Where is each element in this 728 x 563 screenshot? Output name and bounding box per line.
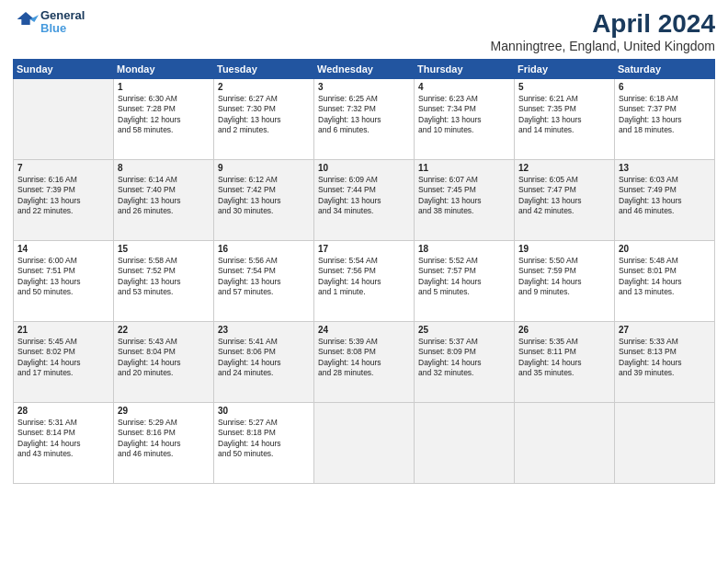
day-content: Sunrise: 6:03 AM Sunset: 7:49 PM Dayligh…	[619, 175, 711, 217]
day-cell	[615, 403, 715, 484]
day-content: Sunrise: 5:50 AM Sunset: 7:59 PM Dayligh…	[518, 256, 610, 298]
header: General Blue April 2024 Manningtree, Eng…	[13, 9, 715, 53]
day-content: Sunrise: 5:43 AM Sunset: 8:04 PM Dayligh…	[118, 337, 210, 379]
day-content: Sunrise: 5:31 AM Sunset: 8:14 PM Dayligh…	[17, 418, 109, 460]
week-row-4: 21Sunrise: 5:45 AM Sunset: 8:02 PM Dayli…	[14, 322, 715, 403]
day-content: Sunrise: 5:58 AM Sunset: 7:52 PM Dayligh…	[118, 256, 210, 298]
day-content: Sunrise: 5:39 AM Sunset: 8:08 PM Dayligh…	[318, 337, 410, 379]
day-cell: 23Sunrise: 5:41 AM Sunset: 8:06 PM Dayli…	[214, 322, 314, 403]
day-number: 16	[218, 244, 310, 254]
header-cell-sunday: Sunday	[14, 60, 114, 79]
day-cell: 21Sunrise: 5:45 AM Sunset: 8:02 PM Dayli…	[14, 322, 114, 403]
day-number: 29	[118, 406, 210, 416]
day-content: Sunrise: 5:56 AM Sunset: 7:54 PM Dayligh…	[218, 256, 310, 298]
day-content: Sunrise: 5:33 AM Sunset: 8:13 PM Dayligh…	[619, 337, 711, 379]
day-number: 4	[418, 82, 510, 92]
page: General Blue April 2024 Manningtree, Eng…	[0, 0, 728, 563]
day-cell: 30Sunrise: 5:27 AM Sunset: 8:18 PM Dayli…	[214, 403, 314, 484]
day-cell: 7Sunrise: 6:16 AM Sunset: 7:39 PM Daylig…	[14, 160, 114, 241]
day-cell: 18Sunrise: 5:52 AM Sunset: 7:57 PM Dayli…	[415, 241, 515, 322]
day-content: Sunrise: 6:18 AM Sunset: 7:37 PM Dayligh…	[619, 94, 711, 136]
day-content: Sunrise: 6:00 AM Sunset: 7:51 PM Dayligh…	[17, 256, 109, 298]
day-cell	[415, 403, 515, 484]
location-title: Manningtree, England, United Kingdom	[491, 39, 715, 53]
day-number: 23	[218, 325, 310, 335]
title-area: April 2024 Manningtree, England, United …	[491, 9, 715, 53]
header-cell-monday: Monday	[114, 60, 214, 79]
day-number: 3	[318, 82, 410, 92]
week-row-3: 14Sunrise: 6:00 AM Sunset: 7:51 PM Dayli…	[14, 241, 715, 322]
day-cell: 25Sunrise: 5:37 AM Sunset: 8:09 PM Dayli…	[415, 322, 515, 403]
day-number: 7	[17, 163, 109, 173]
day-cell: 2Sunrise: 6:27 AM Sunset: 7:30 PM Daylig…	[214, 79, 314, 160]
day-cell	[314, 403, 415, 484]
day-content: Sunrise: 6:30 AM Sunset: 7:28 PM Dayligh…	[118, 94, 210, 136]
week-row-2: 7Sunrise: 6:16 AM Sunset: 7:39 PM Daylig…	[14, 160, 715, 241]
day-cell: 3Sunrise: 6:25 AM Sunset: 7:32 PM Daylig…	[314, 79, 415, 160]
day-cell: 13Sunrise: 6:03 AM Sunset: 7:49 PM Dayli…	[615, 160, 715, 241]
logo-icon	[13, 9, 39, 35]
day-cell: 8Sunrise: 6:14 AM Sunset: 7:40 PM Daylig…	[114, 160, 214, 241]
header-cell-thursday: Thursday	[415, 60, 515, 79]
day-number: 17	[318, 244, 410, 254]
day-number: 1	[118, 82, 210, 92]
day-number: 20	[619, 244, 711, 254]
day-cell: 15Sunrise: 5:58 AM Sunset: 7:52 PM Dayli…	[114, 241, 214, 322]
day-cell: 26Sunrise: 5:35 AM Sunset: 8:11 PM Dayli…	[515, 322, 615, 403]
day-number: 21	[17, 325, 109, 335]
day-content: Sunrise: 5:35 AM Sunset: 8:11 PM Dayligh…	[518, 337, 610, 379]
day-content: Sunrise: 5:37 AM Sunset: 8:09 PM Dayligh…	[418, 337, 510, 379]
day-number: 24	[318, 325, 410, 335]
day-number: 8	[118, 163, 210, 173]
day-content: Sunrise: 6:09 AM Sunset: 7:44 PM Dayligh…	[318, 175, 410, 217]
day-number: 10	[318, 163, 410, 173]
day-number: 13	[619, 163, 711, 173]
day-number: 22	[118, 325, 210, 335]
day-cell	[14, 79, 114, 160]
day-number: 18	[418, 244, 510, 254]
day-cell	[515, 403, 615, 484]
day-cell: 24Sunrise: 5:39 AM Sunset: 8:08 PM Dayli…	[314, 322, 415, 403]
day-content: Sunrise: 5:54 AM Sunset: 7:56 PM Dayligh…	[318, 256, 410, 298]
calendar-table: SundayMondayTuesdayWednesdayThursdayFrid…	[13, 59, 715, 484]
day-cell: 19Sunrise: 5:50 AM Sunset: 7:59 PM Dayli…	[515, 241, 615, 322]
day-content: Sunrise: 6:27 AM Sunset: 7:30 PM Dayligh…	[218, 94, 310, 136]
day-cell: 28Sunrise: 5:31 AM Sunset: 8:14 PM Dayli…	[14, 403, 114, 484]
month-title: April 2024	[491, 9, 715, 39]
day-number: 5	[518, 82, 610, 92]
day-content: Sunrise: 5:27 AM Sunset: 8:18 PM Dayligh…	[218, 418, 310, 460]
day-number: 2	[218, 82, 310, 92]
day-number: 30	[218, 406, 310, 416]
day-number: 11	[418, 163, 510, 173]
day-content: Sunrise: 6:07 AM Sunset: 7:45 PM Dayligh…	[418, 175, 510, 217]
day-number: 14	[17, 244, 109, 254]
day-content: Sunrise: 5:41 AM Sunset: 8:06 PM Dayligh…	[218, 337, 310, 379]
day-number: 6	[619, 82, 711, 92]
day-number: 25	[418, 325, 510, 335]
day-cell: 10Sunrise: 6:09 AM Sunset: 7:44 PM Dayli…	[314, 160, 415, 241]
day-cell: 9Sunrise: 6:12 AM Sunset: 7:42 PM Daylig…	[214, 160, 314, 241]
day-cell: 29Sunrise: 5:29 AM Sunset: 8:16 PM Dayli…	[114, 403, 214, 484]
day-content: Sunrise: 5:29 AM Sunset: 8:16 PM Dayligh…	[118, 418, 210, 460]
day-cell: 27Sunrise: 5:33 AM Sunset: 8:13 PM Dayli…	[615, 322, 715, 403]
day-cell: 12Sunrise: 6:05 AM Sunset: 7:47 PM Dayli…	[515, 160, 615, 241]
day-content: Sunrise: 6:16 AM Sunset: 7:39 PM Dayligh…	[17, 175, 109, 217]
day-content: Sunrise: 5:52 AM Sunset: 7:57 PM Dayligh…	[418, 256, 510, 298]
day-content: Sunrise: 6:21 AM Sunset: 7:35 PM Dayligh…	[518, 94, 610, 136]
header-cell-friday: Friday	[515, 60, 615, 79]
day-cell: 6Sunrise: 6:18 AM Sunset: 7:37 PM Daylig…	[615, 79, 715, 160]
day-content: Sunrise: 6:14 AM Sunset: 7:40 PM Dayligh…	[118, 175, 210, 217]
day-cell: 16Sunrise: 5:56 AM Sunset: 7:54 PM Dayli…	[214, 241, 314, 322]
day-content: Sunrise: 6:25 AM Sunset: 7:32 PM Dayligh…	[318, 94, 410, 136]
day-number: 15	[118, 244, 210, 254]
day-number: 28	[17, 406, 109, 416]
day-content: Sunrise: 5:48 AM Sunset: 8:01 PM Dayligh…	[619, 256, 711, 298]
day-content: Sunrise: 6:12 AM Sunset: 7:42 PM Dayligh…	[218, 175, 310, 217]
header-row: SundayMondayTuesdayWednesdayThursdayFrid…	[14, 60, 715, 79]
day-cell: 1Sunrise: 6:30 AM Sunset: 7:28 PM Daylig…	[114, 79, 214, 160]
day-cell: 4Sunrise: 6:23 AM Sunset: 7:34 PM Daylig…	[415, 79, 515, 160]
day-number: 19	[518, 244, 610, 254]
header-cell-tuesday: Tuesday	[214, 60, 314, 79]
day-number: 9	[218, 163, 310, 173]
day-cell: 22Sunrise: 5:43 AM Sunset: 8:04 PM Dayli…	[114, 322, 214, 403]
